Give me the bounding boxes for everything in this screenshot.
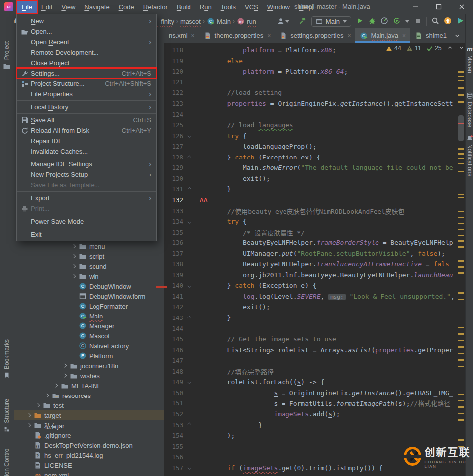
menu-navigate[interactable]: Navigate [80,1,114,13]
stripe-mark[interactable] [458,413,464,414]
stripe-mark[interactable] [458,333,464,335]
code-line-140[interactable]: 140 } catch (Exception e) { [164,280,465,291]
fold-marker[interactable] [183,317,196,319]
menu-item-invalidate-caches[interactable]: Invalidate Caches... [17,146,156,157]
stripe-mark[interactable] [458,80,464,81]
tree-item-DebugWindow[interactable]: CDebugWindow [14,281,164,291]
coverage-button[interactable] [393,17,401,26]
stripe-mark[interactable] [458,197,464,198]
plugin-button[interactable] [456,17,464,26]
person-button[interactable] [277,17,289,25]
expand-arrow-icon[interactable] [35,403,40,408]
stripe-project[interactable]: Project [0,41,14,88]
menu-item-manage-ide-settings[interactable]: Manage IDE Settings› [17,159,156,169]
menu-item-save-file-as-template[interactable]: Save File as Template... [17,180,156,190]
stripe-mark[interactable] [458,87,464,89]
code-line-128[interactable]: 128 } catch (Exception ex) { [164,152,465,163]
stripe-database[interactable]: Database [466,92,473,127]
expand-arrow-icon[interactable] [71,274,76,279]
stripe-mark[interactable] [458,394,464,395]
menu-item-export[interactable]: Export› [17,193,156,203]
tree-item-Platform[interactable]: EPlatform [14,351,164,361]
stripe-mark[interactable] [458,400,464,401]
stripe-mark[interactable] [458,148,464,150]
stripe-mark[interactable] [458,163,464,164]
code-line-130[interactable]: 130 exit(); [164,173,465,184]
menu-item-exit[interactable]: Exit [17,229,156,239]
tree-item-.gitignore[interactable]: .gitignore [14,430,164,440]
menu-item-local-history[interactable]: Local History› [17,102,156,112]
code-line-139[interactable]: 139 org.jb2011.lnf.beautyeye.BeautyEyeLN… [164,270,465,281]
tree-item-script[interactable]: script [14,251,164,261]
menu-item-save-all[interactable]: Save AllCtrl+S [17,115,156,125]
fold-marker[interactable] [183,466,196,469]
stripe-mark[interactable] [458,223,464,224]
tab-theme.properties[interactable]: theme.properties× [199,28,276,43]
menu-refactor[interactable]: Refactor [139,1,172,13]
stripe-mark[interactable] [458,406,464,408]
code-line-135[interactable]: 135 /* 设置皮肤属性 */ [164,227,465,238]
code-line-149[interactable]: 149 roleList.forEach((s) -> { [164,377,465,388]
code-line-154[interactable]: 154 ); [164,430,465,441]
stripe-mark[interactable] [458,353,464,354]
menu-code[interactable]: Code [114,1,139,13]
menu-item-settings[interactable]: Settings...Ctrl+Alt+S [17,68,156,79]
stripe-bookmarks[interactable]: Bookmarks [0,339,14,397]
menu-item-file-properties[interactable]: File Properties› [17,89,156,99]
code-line-152[interactable]: 152 imageSets.add(s); [164,409,465,420]
fold-marker[interactable] [183,220,196,223]
update-button[interactable] [444,17,452,26]
inspection-typo-green[interactable]: 25 [426,45,442,52]
code-line-122[interactable]: 122 //load setting [164,87,465,98]
editor-scrollbar[interactable] [458,115,464,141]
code-line-146[interactable]: 146 List<String> roleList = Arrays.asLis… [164,344,465,355]
close-tab-icon[interactable]: × [267,32,271,39]
expand-arrow-icon[interactable] [71,244,76,249]
stripe-mark[interactable] [458,359,464,361]
stripe-mark[interactable] [458,366,464,367]
breadcrumb-item[interactable]: mascot [180,18,201,25]
stripe-mark[interactable] [458,340,464,341]
stripe-mark[interactable] [458,235,464,236]
code-line-119[interactable]: 119 else [164,56,465,67]
breadcrumb-item[interactable]: _finity [157,18,174,25]
fold-marker[interactable] [183,156,196,159]
tree-item-win[interactable]: win [14,271,164,281]
stripe-mark[interactable] [458,211,464,212]
menu-window[interactable]: Window [263,1,294,13]
inspection-warn-dim[interactable]: 11 [406,45,421,52]
tree-item-Mascot[interactable]: CMascot [14,331,164,341]
run-options-arrow[interactable] [405,20,409,23]
stripe-mark[interactable] [458,71,464,73]
tree-item-test[interactable]: test [14,400,164,410]
code-line-137[interactable]: 137 UIManager.put("RootPane.setupButtonV… [164,248,465,259]
stripe-mark[interactable] [458,419,464,421]
menu-item-remote-development[interactable]: Remote Development... [17,47,156,58]
stripe-mark[interactable] [458,246,464,248]
tree-item-wishes[interactable]: wishes [14,371,164,381]
stripe-mark[interactable] [458,94,464,96]
stripe-mark[interactable] [458,101,464,103]
code-line-126[interactable]: 126 try { [164,130,465,141]
run-config-combo[interactable]: Main [311,16,351,27]
tree-item-joconner.i18n[interactable]: joconner.i18n [14,361,164,371]
code-line-125[interactable]: 125 // load langauges [164,120,465,131]
tree-item-DeskTopPetVersion-demo.json[interactable]: {}DeskTopPetVersion-demo.json [14,440,164,450]
code-line-134[interactable]: 134 try { [164,216,465,227]
expand-arrow-icon[interactable] [26,423,31,428]
tree-item-DebugWindow.form[interactable]: DebugWindow.form [14,291,164,301]
stripe-mark[interactable] [458,292,464,294]
stripe-version-control[interactable]: Version Control [0,447,14,476]
stripe-mark[interactable] [458,217,464,218]
stripe-mark[interactable] [458,266,464,268]
close-tab-icon[interactable]: × [191,32,195,39]
navigate-down-button[interactable] [458,44,465,52]
tree-item-sound[interactable]: sound [14,261,164,271]
stripe-structure[interactable]: Structure [0,399,14,444]
code-line-127[interactable]: 127 loadLanguageProp(); [164,141,465,152]
stripe-mark[interactable] [458,299,464,300]
code-line-123[interactable]: 123 properties = OriginEngineFix.getInst… [164,98,465,109]
fold-marker[interactable] [183,134,196,137]
tree-item-resources[interactable]: resources [14,391,164,400]
tree-item-META-INF[interactable]: META-INF [14,381,164,391]
